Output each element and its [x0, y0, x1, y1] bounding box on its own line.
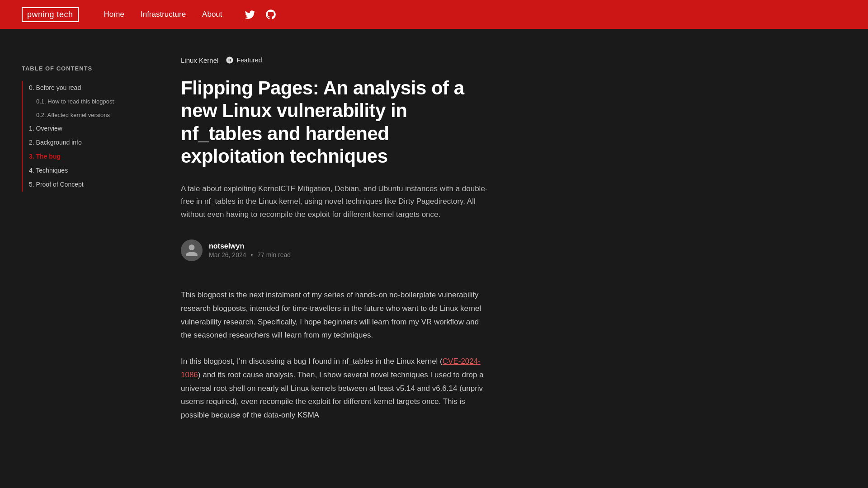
featured-icon — [226, 56, 234, 64]
article-title: Flipping Pages: An analysis of a new Lin… — [181, 77, 488, 168]
body-paragraph-1: This blogpost is the next instalment of … — [181, 288, 488, 342]
author-row: notselwyn Mar 26, 2024 • 77 min read — [181, 239, 488, 261]
author-info: notselwyn Mar 26, 2024 • 77 min read — [209, 242, 291, 258]
toc-item-0-2[interactable]: 0.2. Affected kernel versions — [29, 108, 139, 122]
body-para2-after: ) and its root cause analysis. Then, I s… — [181, 371, 484, 419]
toc-item-3[interactable]: 3. The bug — [22, 150, 139, 164]
site-logo[interactable]: pwning tech — [22, 7, 79, 22]
toc-item-2[interactable]: 2. Background info — [22, 136, 139, 150]
body-paragraph-2: In this blogpost, I'm discussing a bug I… — [181, 355, 488, 422]
featured-label: Featured — [236, 56, 262, 64]
nav-about[interactable]: About — [202, 10, 222, 19]
article-meta-top: Linux Kernel Featured — [181, 56, 488, 64]
github-icon — [265, 9, 277, 20]
nav-icons — [244, 9, 277, 20]
toc-item-5[interactable]: 5. Proof of Concept — [22, 178, 139, 192]
logo-text-span: tech — [57, 10, 73, 19]
article-body: This blogpost is the next instalment of … — [181, 288, 488, 422]
twitter-icon — [244, 9, 256, 20]
toc-item-4[interactable]: 4. Techniques — [22, 164, 139, 178]
toc-list: 0. Before you read 0.1. How to read this… — [22, 81, 139, 192]
author-name: notselwyn — [209, 242, 291, 250]
toc-item-0[interactable]: 0. Before you read — [22, 81, 139, 95]
logo-text-main: pwning — [27, 10, 54, 19]
twitter-link[interactable] — [244, 9, 256, 20]
avatar-icon — [184, 243, 199, 258]
author-meta: Mar 26, 2024 • 77 min read — [209, 251, 291, 258]
author-separator: • — [250, 251, 253, 258]
nav-home[interactable]: Home — [104, 10, 124, 19]
avatar — [181, 239, 203, 261]
toc-item-0-1[interactable]: 0.1. How to read this blogpost — [29, 95, 139, 108]
author-date: Mar 26, 2024 — [209, 251, 246, 258]
toc-item-1[interactable]: 1. Overview — [22, 122, 139, 136]
sidebar-toc: Table of contents 0. Before you read 0.1… — [0, 29, 154, 462]
main-content: Linux Kernel Featured Flipping Pages: An… — [154, 29, 524, 462]
toc-sublist-0: 0.1. How to read this blogpost 0.2. Affe… — [22, 95, 139, 122]
article-subtitle: A tale about exploiting KernelCTF Mitiga… — [181, 183, 488, 222]
toc-title: Table of contents — [22, 65, 139, 72]
featured-badge: Featured — [226, 56, 262, 64]
github-link[interactable] — [265, 9, 277, 20]
category-link[interactable]: Linux Kernel — [181, 56, 218, 64]
navbar: pwning tech Home Infrastructure About — [0, 0, 868, 29]
nav-infrastructure[interactable]: Infrastructure — [141, 10, 186, 19]
nav-links: Home Infrastructure About — [104, 10, 222, 19]
author-read: 77 min read — [257, 251, 291, 258]
body-para2-before: In this blogpost, I'm discussing a bug I… — [181, 357, 443, 366]
page-wrapper: Table of contents 0. Before you read 0.1… — [0, 29, 868, 462]
